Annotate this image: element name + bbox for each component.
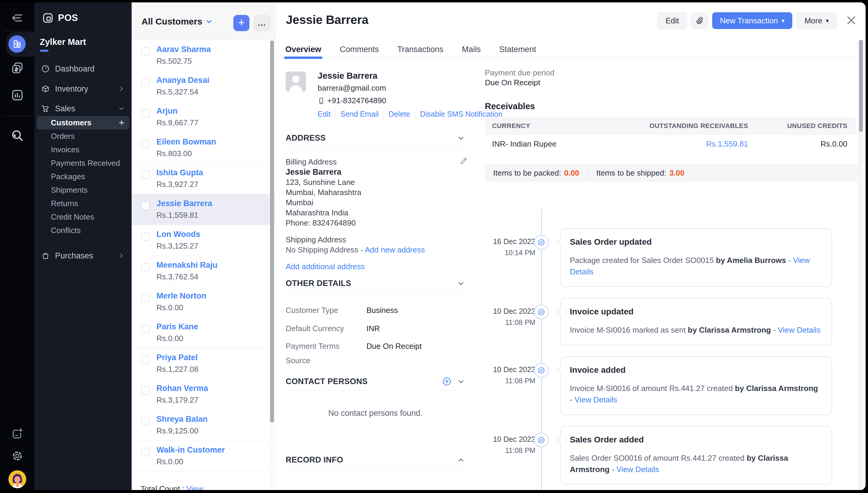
chevron-down-icon[interactable] [457, 134, 465, 143]
tab-comments[interactable]: Comments [339, 41, 380, 58]
customer-name-link[interactable]: Aarav Sharma [156, 45, 211, 54]
customer-name-link[interactable]: Paris Kane [156, 322, 198, 331]
customer-list-item[interactable]: Merle NortonRs.0.00 [132, 286, 275, 317]
new-transaction-button[interactable]: New Transaction ▾ [712, 12, 792, 29]
add-new-address-link[interactable]: Add new address [365, 245, 425, 254]
customer-list-item[interactable]: ArjunRs.9,667.77 [132, 102, 275, 132]
add-customer-plus-icon[interactable]: + [119, 117, 125, 128]
edit-address-pencil-icon[interactable] [459, 157, 468, 166]
sidebar-item-customers[interactable]: Customers+ [37, 116, 129, 130]
customer-name-link[interactable]: Walk-in Customer [156, 446, 225, 455]
customer-list-item[interactable]: Jessie BarreraRs.1,559.81 [132, 194, 275, 225]
attachment-button[interactable] [691, 12, 708, 29]
tab-statement[interactable]: Statement [498, 41, 537, 58]
row-checkbox[interactable] [142, 47, 150, 56]
chevron-up-icon[interactable] [457, 456, 465, 464]
sidebar-item-conflicts[interactable]: Conflicts [37, 224, 129, 237]
collapse-sidebar-icon[interactable] [0, 12, 35, 24]
row-checkbox[interactable] [142, 356, 150, 364]
row-checkbox[interactable] [142, 386, 150, 394]
sidebar-item-sales[interactable]: Sales [35, 101, 132, 116]
add-contact-person-icon[interactable] [442, 376, 452, 386]
sidebar-item-orders[interactable]: Orders [37, 130, 129, 143]
customer-list-item[interactable]: Ananya DesaiRs.5,327.54 [132, 71, 275, 102]
note-add-icon[interactable] [0, 427, 35, 441]
customer-list-item[interactable]: Priya PatelRs.1,227.08 [132, 348, 275, 379]
row-checkbox[interactable] [142, 109, 150, 117]
row-checkbox[interactable] [142, 140, 150, 148]
profile-link-send-email[interactable]: Send Email [340, 110, 379, 119]
store-module-icon[interactable] [8, 35, 26, 52]
row-checkbox[interactable] [142, 325, 150, 333]
customer-name-link[interactable]: Rohan Verma [156, 384, 208, 393]
customer-list-item[interactable]: Meenakshi RajuRs.3,762.54 [132, 256, 275, 286]
list-filter-dropdown[interactable]: All Customers [142, 17, 213, 27]
customer-name-link[interactable]: Priya Patel [156, 353, 198, 362]
profile-link-delete[interactable]: Delete [389, 110, 410, 119]
tab-transactions[interactable]: Transactions [396, 41, 445, 58]
sidebar-item-shipments[interactable]: Shipments [37, 184, 129, 197]
row-checkbox[interactable] [142, 232, 150, 240]
view-details-link[interactable]: View Details [778, 325, 821, 335]
search-icon[interactable] [0, 129, 35, 143]
sidebar-item-packages[interactable]: Packages [37, 170, 129, 184]
settings-gear-icon[interactable] [0, 450, 35, 462]
close-icon[interactable] [845, 14, 857, 26]
sales-money-icon[interactable] [0, 61, 35, 75]
chevron-down-icon[interactable] [457, 378, 465, 386]
sidebar-item-inventory[interactable]: Inventory [35, 81, 132, 96]
sidebar-item-invoices[interactable]: Invoices [37, 143, 129, 156]
customer-name-link[interactable]: Shreya Balan [156, 415, 208, 424]
row-checkbox[interactable] [142, 448, 150, 456]
outstanding-amount-link[interactable]: Rs.1,559.81 [706, 140, 748, 148]
tab-mails[interactable]: Mails [461, 41, 482, 58]
customer-list-item[interactable]: Paris KaneRs.0.00 [132, 317, 275, 348]
row-checkbox[interactable] [142, 201, 150, 210]
row-checkbox[interactable] [142, 263, 150, 271]
sidebar-item-dashboard[interactable]: Dashboard [35, 61, 132, 76]
customer-list-item[interactable]: Walk-in CustomerRs.0.00 [132, 441, 275, 471]
row-checkbox[interactable] [142, 417, 150, 425]
scrollbar-thumb[interactable] [270, 40, 274, 423]
row-checkbox[interactable] [142, 78, 150, 86]
section-address[interactable]: ADDRESS [286, 133, 465, 143]
reports-chart-icon[interactable] [0, 89, 35, 102]
total-count-link[interactable]: View [186, 484, 203, 490]
customer-name-link[interactable]: Merle Norton [156, 292, 207, 301]
section-other-details[interactable]: OTHER DETAILS [286, 279, 465, 288]
customer-name-link[interactable]: Arjun [156, 107, 178, 116]
view-details-link[interactable]: View Details [616, 465, 659, 474]
list-more-button[interactable]: ... [254, 15, 270, 31]
customer-list-item[interactable]: Ishita GuptaRs.3,927.27 [132, 163, 275, 194]
org-name[interactable]: Zylker Mart [40, 37, 86, 47]
edit-button[interactable]: Edit [657, 12, 687, 29]
profile-link-edit[interactable]: Edit [318, 110, 330, 119]
more-button[interactable]: More ▾ [797, 12, 837, 29]
customer-list-item[interactable]: Eileen BowmanRs.803.00 [132, 132, 275, 163]
section-record-info[interactable]: RECORD INFO [286, 455, 465, 465]
tab-overview[interactable]: Overview [284, 41, 322, 58]
row-checkbox[interactable] [142, 171, 150, 179]
customer-list-item[interactable]: Rohan VermaRs.3,179.27 [132, 379, 275, 410]
sidebar-item-returns[interactable]: Returns [37, 197, 129, 210]
customer-name-link[interactable]: Lon Woods [156, 230, 200, 239]
customer-list-item[interactable]: Lon WoodsRs.3,125.27 [132, 225, 275, 256]
chevron-down-icon[interactable] [457, 279, 465, 288]
section-contact-persons[interactable]: CONTACT PERSONS [286, 377, 465, 386]
sidebar-item-purchases[interactable]: Purchases [35, 248, 132, 263]
add-customer-button[interactable]: + [233, 15, 249, 31]
customer-list-item[interactable]: Aarav SharmaRs.502.75 [132, 40, 275, 71]
scrollbar-thumb[interactable] [859, 40, 863, 132]
customer-name-link[interactable]: Meenakshi Raju [156, 261, 217, 270]
customer-name-link[interactable]: Ishita Gupta [156, 168, 203, 177]
customer-list-item[interactable]: Shreya BalanRs.9,125.00 [132, 410, 275, 441]
sidebar-item-payments-received[interactable]: Payments Received [37, 156, 129, 170]
customer-name-link[interactable]: Ananya Desai [156, 76, 209, 85]
row-checkbox[interactable] [142, 294, 150, 302]
user-avatar[interactable] [8, 470, 26, 488]
sidebar-item-credit-notes[interactable]: Credit Notes [37, 210, 129, 224]
add-additional-address-link[interactable]: Add additional address [286, 262, 365, 271]
customer-name-link[interactable]: Jessie Barrera [156, 199, 212, 208]
customer-name-link[interactable]: Eileen Bowman [156, 137, 216, 147]
view-details-link[interactable]: View Details [574, 395, 617, 404]
